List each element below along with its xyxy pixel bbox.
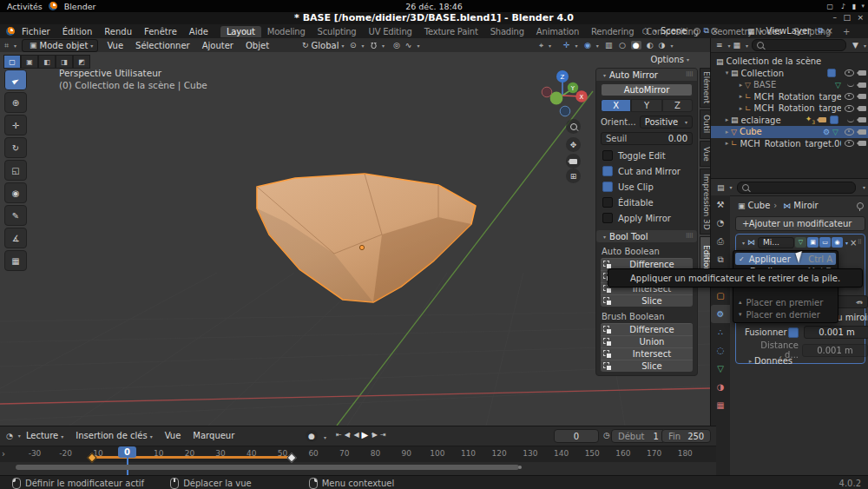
outliner-row-scene-collection[interactable]: ▤ Collection de la scène [711, 56, 868, 68]
render-visibility-icon[interactable] [858, 83, 866, 88]
viewlayer-name[interactable]: ViewLayer [766, 26, 812, 36]
data-subpanel-header[interactable]: ▸Données [746, 356, 792, 366]
apply-mirror-option[interactable]: Apply Mirror [602, 213, 691, 223]
add-workspace-button[interactable]: + [837, 26, 856, 37]
menu-fichier[interactable]: Fichier [22, 27, 50, 36]
scrollbar-handle-dot[interactable] [518, 466, 522, 469]
overlays-toggle[interactable]: ◉▾ [582, 41, 599, 50]
outliner-row-mch-3[interactable]: ▸ ∟ MCH_Rotation_target.001 [711, 138, 868, 150]
tab-texture[interactable]: ▦ [711, 396, 730, 414]
system-menu-chevron[interactable]: ▾ [861, 3, 865, 10]
add-modifier-button[interactable]: + Ajouter un modificateur [735, 216, 865, 231]
exclude-checkbox[interactable] [830, 116, 838, 124]
display-mode-icon[interactable]: ▦ [733, 41, 741, 50]
orient-dropdown[interactable]: Positive▾ [640, 116, 693, 129]
use-clip-option[interactable]: Use Clip [602, 182, 691, 192]
editable-option[interactable]: Éditable [602, 197, 691, 208]
pan-button[interactable]: ✥ [566, 137, 581, 152]
hide-icon[interactable] [845, 93, 854, 100]
delete-scene-icon[interactable]: × [712, 26, 719, 36]
scale-tool[interactable]: ◱ [4, 160, 27, 181]
menu-marqueur[interactable]: Marqueur [193, 431, 234, 440]
hide-icon[interactable] [845, 129, 854, 135]
frame-end-field[interactable]: Fin250 [661, 429, 711, 443]
drag-dots-icon[interactable]: ⠿⠿ [686, 71, 693, 78]
select-mode-intersect[interactable]: ◩ [73, 55, 90, 69]
pin-icon[interactable] [694, 28, 700, 35]
tab-tool[interactable]: ⚒ [711, 195, 730, 214]
move-tool[interactable]: ✛ [4, 115, 27, 135]
minimize-button[interactable]: – [833, 13, 838, 22]
menu-vue[interactable]: Vue [107, 41, 123, 50]
app-menu[interactable]: Blender [64, 2, 96, 11]
shading-rendered-icon[interactable]: ◑ [659, 41, 666, 50]
automirror-button[interactable]: AutoMirror [601, 83, 693, 96]
3d-viewport[interactable]: ▢ ▣ ◧ ◨ ◩ ► ⊕ ✛ ↻ ◱ ◉ ✎ ∡ ▦ Perspective … [0, 52, 710, 426]
outliner-search[interactable] [752, 39, 846, 51]
annotate-tool[interactable]: ✎ [4, 205, 27, 226]
breadcrumb-modifier[interactable]: Miroir [793, 201, 818, 210]
play-reverse-button[interactable]: ◀ [353, 431, 358, 439]
brush-slice-button[interactable]: Slice [601, 360, 693, 372]
render-visibility-icon[interactable] [858, 141, 866, 146]
breadcrumb-object[interactable]: Cube [748, 201, 771, 210]
keyframe-diamond-end[interactable] [286, 453, 296, 462]
merge-value-field[interactable]: 0.001 m [804, 326, 868, 339]
brush-difference-button[interactable]: Difference [601, 323, 693, 335]
expand-icon[interactable]: ▾ [742, 240, 745, 246]
menu-objet[interactable]: Objet [246, 41, 269, 50]
render-visibility-icon[interactable] [858, 94, 866, 99]
menu-edition[interactable]: Édition [62, 27, 93, 36]
snap-toggle[interactable]: Ω▾ [368, 41, 385, 50]
maximize-button[interactable]: □ [843, 13, 851, 22]
shading-material-icon[interactable]: ◐ [647, 41, 654, 50]
measure-tool[interactable]: ∡ [4, 228, 27, 248]
timeline-scrollbar[interactable] [16, 465, 519, 470]
tab-particles[interactable]: ∴ [711, 323, 730, 341]
zoom-button[interactable] [566, 119, 581, 134]
blender-logo-icon[interactable] [6, 27, 15, 36]
select-mode-subtract[interactable]: ◧ [38, 55, 56, 69]
new-scene-icon[interactable]: ⧉ [703, 26, 708, 36]
playhead-frame-badge[interactable]: 0 [118, 446, 136, 458]
workspace-tab-modeling[interactable]: Modeling [261, 26, 312, 37]
expand-icon[interactable]: ▾ [723, 69, 731, 76]
hide-icon[interactable] [845, 105, 854, 112]
menu-vue[interactable]: Vue [165, 431, 181, 440]
modifier-name-field[interactable]: Mi... [758, 237, 794, 248]
navigation-gizmo[interactable]: Z Y X [534, 68, 591, 125]
play-button[interactable]: ▶ [362, 430, 368, 439]
workspace-tab-layout[interactable]: Layout [220, 26, 261, 37]
tab-object[interactable]: ▢ [711, 287, 730, 305]
transform-tool[interactable]: ◉ [4, 182, 27, 203]
editor-type-icon[interactable]: ◔ [6, 432, 13, 440]
realtime-toggle[interactable]: ▭ [819, 237, 831, 248]
tab-view-layer[interactable]: ⧉ [711, 250, 730, 268]
workspace-tab-animation[interactable]: Animation [530, 26, 585, 37]
close-icon[interactable]: × [850, 238, 857, 248]
pivot-selector[interactable]: ⊙▾ [347, 41, 365, 50]
pin-icon[interactable] [857, 202, 864, 209]
viewlayer-icon[interactable]: ▦ [747, 27, 755, 36]
cut-and-mirror-option[interactable]: Cut and Mirror [602, 166, 691, 176]
expand-arrow[interactable]: › [2, 449, 5, 459]
render-visibility-icon[interactable] [858, 106, 866, 111]
editor-type-icon[interactable]: ≡ [716, 41, 723, 50]
render-toggle[interactable]: ◉ [832, 237, 843, 248]
expand-icon[interactable]: ▸ [723, 140, 731, 147]
outliner-row-base[interactable]: ▸ ▽ BASE ▽ [711, 79, 868, 91]
clock[interactable]: 26 déc. 18:46 [405, 2, 463, 11]
outliner-row-mch-1[interactable]: ▸ ∟ MCH_Rotation_target [711, 91, 868, 103]
properties-search[interactable] [737, 182, 856, 194]
expand-icon[interactable]: ▸ [737, 93, 745, 100]
current-frame-field[interactable]: 0 [554, 429, 599, 443]
new-viewlayer-icon[interactable]: ⧉ [818, 26, 823, 36]
workspace-tab-texture-paint[interactable]: Texture Paint [418, 26, 484, 37]
bool-tool-panel-header[interactable]: ▾ Bool Tool ⠿⠿ [596, 230, 697, 242]
frame-start-field[interactable]: Début1 [611, 429, 666, 443]
brush-intersect-button[interactable]: Intersect [601, 347, 693, 360]
expand-icon[interactable]: ▸ [723, 116, 731, 123]
rotate-tool[interactable]: ↻ [4, 137, 27, 158]
on-cage-toggle[interactable]: ▽ [795, 237, 806, 248]
timeline-ruler[interactable]: › -30-20-1001020304050607080901001101201… [0, 446, 716, 462]
